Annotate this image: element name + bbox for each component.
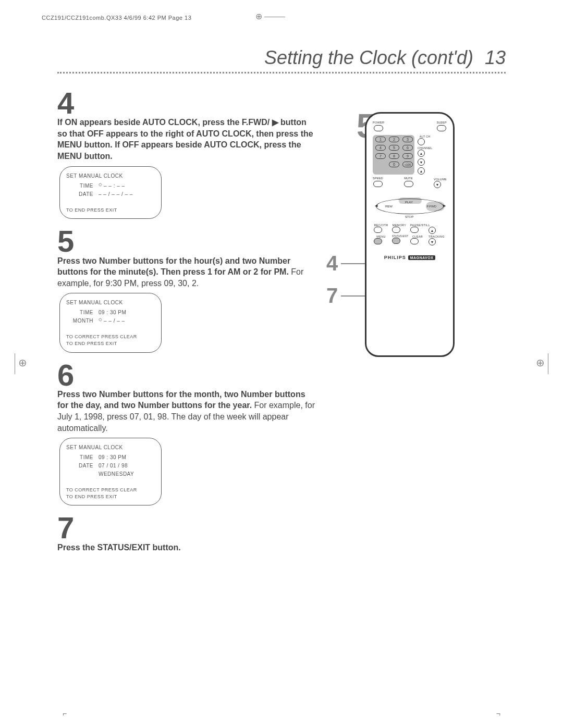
screen5-footer1: TO CORRECT PRESS CLEAR — [66, 334, 155, 340]
step-6-number: 6 — [57, 362, 318, 388]
recotr-button[interactable] — [374, 227, 382, 233]
screen5-header: SET MANUAL CLOCK — [66, 299, 155, 307]
ffwd-label[interactable]: F.FWD — [427, 205, 436, 208]
channel-down-button[interactable]: ▼ — [418, 158, 425, 166]
page-number: 13 — [485, 47, 506, 69]
step-5-text: Press two Number buttons for the hour(s)… — [57, 255, 318, 289]
step-4-number: 4 — [57, 90, 318, 116]
screen4-time-value: – – : – – — [104, 182, 125, 190]
step-4-text: If ON appears beside AUTO CLOCK, press t… — [57, 117, 318, 162]
screen4-date-label: DATE — [66, 190, 99, 199]
step-6-screen: SET MANUAL CLOCK TIME 09 : 30 PM DATE 07… — [59, 438, 162, 505]
screen6-date-value: 07 / 01 / 98 — [99, 462, 128, 470]
recotr-label: REC/OTR — [374, 224, 388, 227]
screen6-header: SET MANUAL CLOCK — [66, 443, 155, 452]
sleep-button[interactable] — [437, 125, 446, 131]
num-3-button[interactable]: 3 — [402, 137, 413, 142]
num-9-button[interactable]: 9 — [402, 153, 413, 159]
plus100-button[interactable]: +100 — [402, 162, 413, 167]
screen6-day-value: WEDNESDAY — [99, 470, 134, 478]
screen6-time-label: TIME — [66, 453, 99, 462]
num-1-button[interactable]: 1 — [375, 137, 386, 142]
speed-label: SPEED — [373, 177, 383, 180]
screen6-time-value: 09 : 30 PM — [99, 453, 126, 462]
crop-mark-right: ⊕ — [536, 353, 548, 374]
screen5-month-label: MONTH — [66, 317, 99, 325]
step-5-bold: Press two Number buttons for the hour(s)… — [57, 256, 290, 277]
num-8-button[interactable]: 8 — [389, 153, 399, 159]
play-label[interactable]: PLAY — [405, 201, 413, 204]
speed-button[interactable] — [373, 181, 383, 187]
clear-button[interactable] — [410, 238, 419, 244]
step-5-screen: SET MANUAL CLOCK TIME 09 : 30 PM MONTH –… — [59, 293, 162, 352]
altch-button[interactable] — [418, 138, 425, 145]
left-arrow-icon: ◀ — [375, 204, 377, 208]
sleep-label: SLEEP — [437, 121, 447, 124]
volume-down-button[interactable]: ▼ — [434, 181, 441, 188]
rew-label[interactable]: REW — [385, 205, 393, 208]
screen4-header: SET MANUAL CLOCK — [66, 172, 155, 180]
step-7-number: 7 — [57, 515, 318, 540]
page-title-row: Setting the Clock (cont'd) 13 — [57, 47, 506, 69]
callout-7: 7 — [326, 284, 338, 307]
power-label: POWER — [373, 121, 384, 124]
num-2-button[interactable]: 2 — [389, 137, 399, 142]
channel-up-button[interactable]: ▲ — [418, 150, 425, 157]
step-4-bold: If ON appears beside AUTO CLOCK, press t… — [57, 118, 313, 161]
magnavox-badge: MAGNAVOX — [408, 255, 436, 260]
remote-brand: PHILIPSMAGNAVOX — [373, 255, 447, 260]
memory-button[interactable] — [392, 227, 400, 233]
num-7-button[interactable]: 7 — [375, 153, 386, 159]
screen5-month-value: – – / – – — [104, 317, 125, 325]
screen4-date-value: – – / – – / – – — [99, 190, 133, 199]
screen6-footer2: TO END PRESS EXIT — [66, 493, 155, 500]
crop-mark-left: ⊕ — [15, 353, 27, 374]
step-4-screen: SET MANUAL CLOCK TIME – – : – – DATE – –… — [59, 166, 162, 219]
channel-label: CHANNEL — [418, 146, 432, 150]
screen5-time-label: TIME — [66, 309, 99, 317]
step-6-text: Press two Number buttons for the month, … — [57, 389, 318, 434]
page-title: Setting the Clock (cont'd) — [264, 47, 473, 68]
num-4-button[interactable]: 4 — [375, 145, 386, 151]
mute-button[interactable] — [404, 181, 413, 187]
tracking-up-button[interactable]: ▲ — [429, 227, 436, 234]
menu-button[interactable] — [374, 238, 382, 244]
step-7-bold: Press the STATUS/EXIT button. — [57, 543, 181, 552]
step-7-text: Press the STATUS/EXIT button. — [57, 542, 318, 553]
screen4-time-label: TIME — [66, 182, 99, 190]
extra-button[interactable]: ▲ — [418, 167, 425, 175]
num-6-button[interactable]: 6 — [402, 145, 413, 151]
volume-label: VOLUME — [434, 178, 447, 181]
right-arrow-icon: ▶ — [443, 204, 446, 208]
sun-icon — [99, 182, 104, 187]
dotted-rule — [57, 72, 506, 73]
corner-mark-right: ⌐ — [496, 709, 500, 718]
altch-label: ALT CH — [418, 135, 432, 138]
screen6-footer1: TO CORRECT PRESS CLEAR — [66, 487, 155, 493]
mute-label: MUTE — [404, 177, 413, 180]
tracking-label: TRACKING — [429, 235, 443, 238]
num-5-button[interactable]: 5 — [389, 145, 399, 151]
dpad: PLAY REW F.FWD STOP ◀ ▶ — [376, 192, 444, 220]
stop-label[interactable]: STOP — [405, 215, 413, 218]
remote-control: POWER SLEEP 1 2 — [365, 112, 455, 357]
statusexit-label: STATUS/EXIT — [392, 235, 407, 238]
corner-mark-left: ⌐ — [63, 709, 67, 718]
clear-label: CLEAR — [410, 235, 425, 238]
screen5-footer2: TO END PRESS EXIT — [66, 340, 155, 347]
screen6-date-label: DATE — [66, 462, 99, 470]
power-button[interactable] — [374, 125, 383, 131]
num-0-button[interactable]: 0 — [389, 162, 399, 167]
statusexit-button[interactable] — [392, 238, 400, 244]
callout-4: 4 — [326, 252, 338, 275]
sun-icon — [99, 317, 104, 322]
screen4-footer: TO END PRESS EXIT — [66, 207, 155, 214]
memory-label: MEMORY — [392, 224, 407, 227]
tracking-down-button[interactable]: ▼ — [429, 238, 436, 245]
pausestill-button[interactable] — [410, 227, 419, 233]
pausestill-label: PAUSE/STILL — [410, 224, 425, 227]
step-5-number: 5 — [57, 228, 318, 254]
